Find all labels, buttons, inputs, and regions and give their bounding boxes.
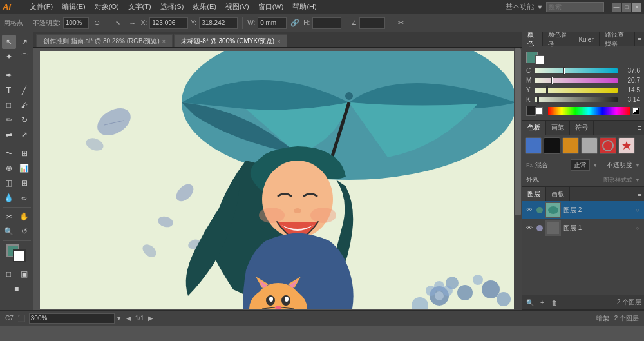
- gradient-tool[interactable]: ◫: [2, 176, 16, 190]
- k-slider[interactable]: [535, 97, 618, 102]
- add-layer-btn[interactable]: +: [537, 297, 547, 307]
- shear-icon[interactable]: ✂: [395, 17, 406, 29]
- tab-2[interactable]: 未标题-8* @ 300% (CMYK/预览) ×: [174, 34, 287, 47]
- canvas-scrollbar-vertical[interactable]: [514, 48, 522, 310]
- style-dropdown-arrow[interactable]: ▼: [635, 177, 640, 183]
- swatch-orange[interactable]: [562, 137, 579, 154]
- blend-mode-value[interactable]: 正常: [571, 159, 590, 171]
- swatch-panel-options[interactable]: ≡: [635, 121, 644, 135]
- tab-symbols[interactable]: 符号: [570, 121, 594, 135]
- select-tool[interactable]: ↖: [2, 35, 16, 49]
- nav-prev[interactable]: ◀: [126, 315, 131, 322]
- none-color[interactable]: [632, 107, 640, 115]
- status-info-icon[interactable]: ⬛: [17, 315, 25, 322]
- layer-1-visibility[interactable]: 👁: [525, 224, 534, 233]
- menu-window[interactable]: 窗口(W): [254, 1, 288, 13]
- tab-brushes[interactable]: 画笔: [546, 121, 570, 135]
- layer-2-visibility[interactable]: 👁: [525, 206, 534, 215]
- color-spectrum[interactable]: [548, 107, 630, 115]
- zoom-tool[interactable]: 🔍: [2, 224, 16, 239]
- y-input[interactable]: [199, 17, 238, 29]
- rotate-view-tool[interactable]: ↺: [17, 224, 32, 239]
- menu-object[interactable]: 对象(O): [91, 1, 123, 13]
- h-input[interactable]: [312, 17, 341, 29]
- minimize-button[interactable]: —: [612, 3, 621, 12]
- blend-tool[interactable]: ∞: [17, 191, 32, 205]
- move-icon[interactable]: ↔: [127, 17, 138, 29]
- angle-input[interactable]: [359, 17, 385, 29]
- hand-tool[interactable]: ✋: [17, 209, 32, 224]
- tab-swatches[interactable]: 色板: [522, 121, 546, 135]
- mirror-tool[interactable]: ⇌: [2, 128, 16, 142]
- w-input[interactable]: [258, 17, 287, 29]
- scale-tool[interactable]: ⤢: [17, 128, 32, 142]
- tab-1-close[interactable]: ×: [162, 38, 166, 44]
- workspace-label[interactable]: 基本功能: [506, 2, 534, 12]
- layer-row-2[interactable]: 👁 图层 2 ○: [522, 201, 644, 219]
- shape-builder-tool[interactable]: ⊕: [2, 161, 16, 175]
- layers-panel-options[interactable]: ≡: [635, 187, 644, 201]
- c-slider[interactable]: [535, 68, 618, 73]
- pencil-tool[interactable]: ✏: [2, 113, 16, 127]
- tab-pathfinder[interactable]: 路径查找器: [600, 32, 635, 46]
- type-tool[interactable]: T: [2, 83, 16, 97]
- warp-tool[interactable]: 〜: [2, 146, 16, 161]
- menu-view[interactable]: 视图(V): [222, 1, 253, 13]
- tab-kuler[interactable]: Kuler: [573, 32, 599, 46]
- direct-select-tool[interactable]: ↗: [17, 35, 32, 49]
- tab-artboards[interactable]: 画板: [546, 187, 570, 201]
- opacity-input[interactable]: [63, 17, 89, 29]
- opacity-panel-arrow[interactable]: ▼: [635, 162, 640, 168]
- graph-tool[interactable]: 📊: [17, 161, 32, 175]
- y-slider[interactable]: [535, 88, 618, 93]
- delete-layer-btn[interactable]: 🗑: [549, 297, 560, 307]
- zoom-input[interactable]: [29, 313, 115, 324]
- tab-color[interactable]: 颜色: [522, 32, 543, 46]
- add-anchor-tool[interactable]: +: [17, 68, 32, 83]
- eyedropper-tool[interactable]: 💧: [2, 191, 16, 205]
- find-layer-btn[interactable]: 🔍: [525, 297, 535, 307]
- nav-next[interactable]: ▶: [148, 315, 153, 322]
- menu-text[interactable]: 文字(T): [124, 1, 155, 13]
- bg-color-box[interactable]: [535, 107, 543, 115]
- tab-1[interactable]: 创作准则 指南.ai* @ 30.28% (RGB/预览) ×: [36, 34, 173, 47]
- line-tool[interactable]: ╱: [17, 83, 32, 97]
- layer-row-1[interactable]: 👁 图层 1 ○: [522, 219, 644, 237]
- color-panel-options[interactable]: ≡: [635, 32, 644, 46]
- lasso-tool[interactable]: ⌒: [17, 50, 32, 64]
- menu-edit[interactable]: 编辑(E): [58, 1, 90, 13]
- layer-2-lock[interactable]: ○: [634, 206, 641, 214]
- menu-effect[interactable]: 效果(E): [189, 1, 220, 13]
- stroke-swatch[interactable]: [535, 55, 544, 64]
- transform-icon[interactable]: ⤡: [113, 17, 124, 29]
- m-slider[interactable]: [535, 78, 618, 83]
- blend-mode-arrow[interactable]: ▼: [592, 162, 598, 168]
- opacity-icon[interactable]: ⊙: [91, 17, 103, 29]
- stroke-color[interactable]: [13, 249, 26, 262]
- zoom-dropdown[interactable]: ▼: [116, 315, 122, 322]
- magic-wand-tool[interactable]: ✦: [2, 50, 16, 64]
- scissors-tool[interactable]: ✂: [2, 209, 16, 224]
- search-input[interactable]: [546, 2, 604, 12]
- swatch-blue[interactable]: [525, 137, 542, 154]
- free-transform-tool[interactable]: ⊞: [17, 146, 32, 161]
- menu-file[interactable]: 文件(F): [26, 1, 57, 13]
- rectangle-tool[interactable]: □: [2, 98, 16, 112]
- layer-1-name[interactable]: 图层 1: [564, 224, 631, 233]
- canvas-content[interactable]: [33, 48, 522, 310]
- rotate-tool[interactable]: ↻: [17, 113, 32, 127]
- screen-mode[interactable]: ▣: [17, 267, 32, 281]
- swatch-gray1[interactable]: [581, 137, 598, 154]
- pen-tool[interactable]: ✒: [2, 68, 16, 83]
- close-button[interactable]: ×: [632, 3, 641, 12]
- menu-select[interactable]: 选择(S): [156, 1, 188, 13]
- menu-help[interactable]: 帮助(H): [289, 1, 320, 13]
- tab-layers[interactable]: 图层: [522, 187, 546, 201]
- swatch-red[interactable]: [600, 137, 616, 154]
- normal-mode[interactable]: □: [2, 267, 16, 281]
- mesh-tool[interactable]: ⊞: [17, 176, 32, 190]
- style-options[interactable]: 图形样式式: [603, 176, 632, 184]
- swatch-special[interactable]: [618, 137, 635, 154]
- swatch-black[interactable]: [544, 137, 560, 154]
- paintbrush-tool[interactable]: 🖌: [17, 98, 32, 112]
